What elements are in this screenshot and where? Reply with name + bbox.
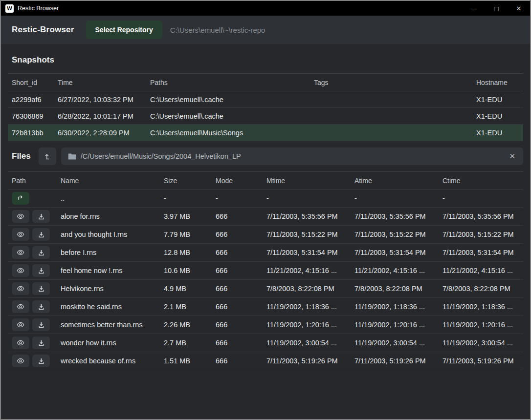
file-name: wrecked because of.rns <box>57 357 160 365</box>
snapshot-row[interactable]: a2299af6 6/27/2022, 10:03:32 PM C:\Users… <box>8 91 523 108</box>
snapshot-row-selected[interactable]: 72b813bb 6/30/2022, 2:28:09 PM C:\Users\… <box>8 125 523 141</box>
file-mode: 666 <box>212 339 263 347</box>
file-name: feel home now !.rns <box>57 267 160 274</box>
eye-icon <box>17 303 24 311</box>
file-mode: 666 <box>212 357 263 365</box>
app-header: Restic-Browser Select Repository C:\User… <box>1 16 530 44</box>
download-icon <box>38 267 45 274</box>
snapshot-time: 6/27/2022, 10:03:32 PM <box>54 96 146 104</box>
snapshot-short-id: 76306869 <box>8 112 54 120</box>
download-file-button[interactable] <box>32 318 50 331</box>
file-atime: 7/11/2003, 5:15:22 PM <box>351 231 439 238</box>
preview-file-button[interactable] <box>12 210 29 223</box>
file-ctime: 7/8/2003, 8:22:08 PM <box>439 285 523 293</box>
column-header-paths: Paths <box>146 79 310 86</box>
download-file-button[interactable] <box>32 300 50 313</box>
preview-file-button[interactable] <box>12 264 29 277</box>
app-title: Restic-Browser <box>12 25 74 35</box>
eye-icon <box>17 321 24 329</box>
go-parent-directory-button[interactable] <box>12 192 29 205</box>
snapshot-hostname: X1-EDU <box>472 112 523 120</box>
file-atime: 11/19/2002, 3:00:54 ... <box>351 339 439 347</box>
snapshot-paths: C:\Users\emuell\Music\Songs <box>146 129 310 137</box>
window-title: Restic Browser <box>18 5 463 12</box>
column-header-hostname: Hostname <box>472 79 523 86</box>
maximize-icon: □ <box>494 4 498 13</box>
file-size: 10.6 MB <box>160 267 212 274</box>
file-size: 7.79 MB <box>160 231 212 238</box>
minimize-button[interactable]: — <box>463 1 485 16</box>
file-row: before I.rns 12.8 MB 666 7/11/2003, 5:31… <box>8 244 523 262</box>
file-mode: 666 <box>212 249 263 256</box>
preview-file-button[interactable] <box>12 355 29 367</box>
select-repository-button[interactable]: Select Repository <box>86 21 162 39</box>
preview-file-button[interactable] <box>12 246 29 259</box>
download-icon <box>38 213 45 220</box>
files-section-title: Files <box>8 151 34 161</box>
file-size: 3.97 MB <box>160 212 212 220</box>
file-mode: 666 <box>212 267 263 274</box>
file-row: wrecked because of.rns 1.51 MB 666 7/11/… <box>8 352 523 370</box>
preview-file-button[interactable] <box>12 300 29 313</box>
file-mode: 666 <box>212 303 263 311</box>
file-name: wonder how it.rns <box>57 339 160 347</box>
preview-file-button[interactable] <box>12 228 29 241</box>
level-up-icon <box>43 152 51 161</box>
preview-file-button[interactable] <box>12 282 29 295</box>
download-file-button[interactable] <box>32 246 50 259</box>
column-header-tags: Tags <box>310 79 472 86</box>
column-header-ctime: Ctime <box>439 177 523 185</box>
file-mtime: 7/11/2003, 5:19:26 PM <box>263 357 351 365</box>
file-mode: - <box>212 194 263 202</box>
file-atime: 11/21/2002, 4:15:16 ... <box>351 267 439 274</box>
column-header-time: Time <box>54 79 146 86</box>
file-ctime: 11/19/2002, 1:18:36 ... <box>439 303 523 311</box>
file-mode: 666 <box>212 231 263 238</box>
file-mtime: 11/19/2002, 3:00:54 ... <box>263 339 351 347</box>
file-atime: - <box>351 194 439 202</box>
file-mtime: 7/11/2003, 5:31:54 PM <box>263 249 351 256</box>
snapshot-short-id: a2299af6 <box>8 96 54 104</box>
snapshot-paths: C:\Users\emuell\.cache <box>146 112 310 120</box>
preview-file-button[interactable] <box>12 336 29 349</box>
files-table-header: Path Name Size Mode Mtime Atime Ctime <box>8 171 523 189</box>
snapshots-table: Short_id Time Paths Tags Hostname a2299a… <box>8 73 523 141</box>
file-mtime: 7/8/2003, 8:22:08 PM <box>263 285 351 293</box>
preview-file-button[interactable] <box>12 318 29 331</box>
download-icon <box>38 231 45 238</box>
file-name: alone for.rns <box>57 212 160 220</box>
download-file-button[interactable] <box>32 228 50 241</box>
app-icon: W <box>5 4 14 13</box>
file-atime: 7/11/2003, 5:35:56 PM <box>351 212 439 220</box>
app-icon-letter: W <box>7 5 12 11</box>
eye-icon <box>17 357 24 365</box>
snapshots-section-title: Snapshots <box>1 44 530 73</box>
file-row: moskito he said.rns 2.1 MB 666 11/19/200… <box>8 298 523 316</box>
file-size: 4.9 MB <box>160 285 212 293</box>
snapshot-row[interactable]: 76306869 6/28/2022, 10:01:17 PM C:\Users… <box>8 108 523 125</box>
folder-icon <box>68 153 76 160</box>
snapshot-paths: C:\Users\emuell\.cache <box>146 96 310 104</box>
download-file-button[interactable] <box>32 210 50 223</box>
file-name: before I.rns <box>57 249 160 256</box>
file-row: feel home now !.rns 10.6 MB 666 11/21/20… <box>8 262 523 280</box>
current-path-bar: /C/Users/emuell/Music/Songs/2004_Helveti… <box>61 147 523 165</box>
snapshot-time: 6/28/2022, 10:01:17 PM <box>54 112 146 120</box>
close-button[interactable]: ✕ <box>508 1 530 16</box>
download-icon <box>38 285 45 293</box>
download-file-button[interactable] <box>32 264 50 277</box>
clear-path-icon: ✕ <box>509 152 515 160</box>
column-header-path: Path <box>8 177 57 185</box>
maximize-button[interactable]: □ <box>485 1 508 16</box>
download-file-button[interactable] <box>32 336 50 349</box>
file-atime: 7/11/2003, 5:19:26 PM <box>351 357 439 365</box>
clear-path-button[interactable]: ✕ <box>508 152 516 161</box>
go-up-level-button[interactable] <box>39 147 56 165</box>
download-icon <box>38 303 45 311</box>
file-atime: 7/11/2003, 5:31:54 PM <box>351 249 439 256</box>
download-file-button[interactable] <box>32 355 50 367</box>
download-icon <box>38 249 45 256</box>
file-atime: 11/19/2002, 1:20:16 ... <box>351 321 439 329</box>
download-file-button[interactable] <box>32 282 50 295</box>
file-ctime: 11/21/2002, 4:15:16 ... <box>439 267 523 274</box>
